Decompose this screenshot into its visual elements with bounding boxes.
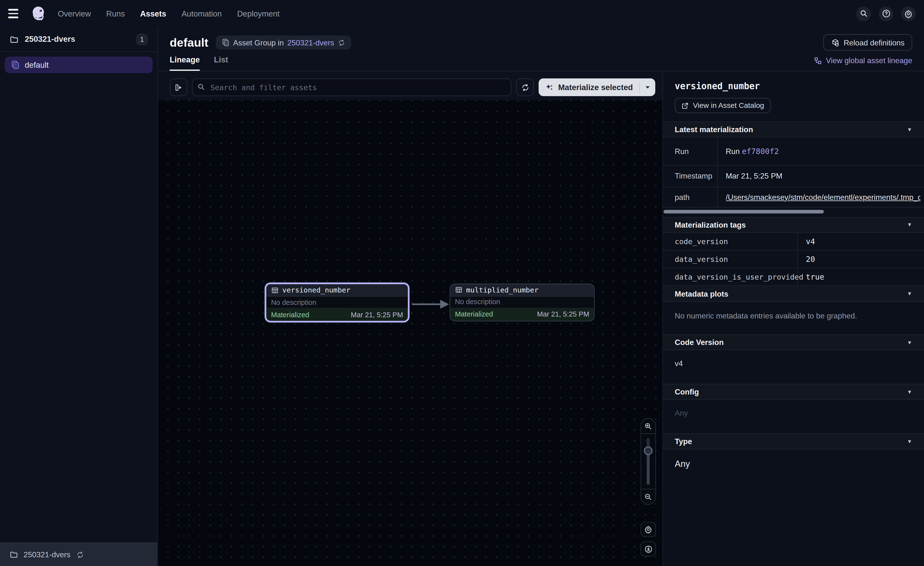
materialized-timestamp: Mar 21, 5:25 PM	[351, 310, 403, 319]
nav-item-overview[interactable]: Overview	[58, 9, 91, 18]
asset-group-badge: Asset Group in 250321-dvers	[215, 35, 351, 50]
collapse-caret-icon: ▼	[907, 222, 912, 227]
refresh-graph-button[interactable]	[516, 78, 534, 96]
nav-item-assets[interactable]: Assets	[140, 9, 166, 18]
section-heading: Latest materialization	[675, 125, 753, 134]
section-code-version[interactable]: Code Version ▼	[663, 334, 924, 350]
table-icon	[455, 286, 463, 294]
lineage-edge-arrow	[411, 298, 451, 311]
table-row: data_version_is_user_provided true	[663, 268, 924, 286]
panel-asset-title: versioned_number	[675, 81, 912, 92]
nav-item-automation[interactable]: Automation	[182, 9, 222, 18]
tag-value: v4	[797, 233, 924, 250]
sync-icon[interactable]	[338, 39, 345, 47]
settings-button[interactable]	[901, 6, 916, 21]
timestamp-row-value: Mar 21, 5:25 PM	[717, 165, 924, 187]
download-icon	[644, 545, 652, 553]
zoom-slider[interactable]	[641, 434, 655, 489]
collapse-caret-icon: ▼	[907, 126, 912, 132]
path-link[interactable]: /Users/smackesey/stm/code/elementl/exper…	[726, 193, 920, 202]
tag-value: true	[797, 268, 924, 286]
folder-icon	[9, 35, 19, 44]
path-row-label: path	[663, 187, 717, 207]
gear-icon	[644, 525, 652, 534]
section-config[interactable]: Config ▼	[663, 384, 924, 400]
hamburger-menu-button[interactable]	[8, 6, 24, 21]
primary-nav: Overview Runs Assets Automation Deployme…	[58, 9, 280, 18]
tabs-row: Lineage List View global asset lineage	[170, 56, 912, 71]
graph-settings-button[interactable]	[640, 522, 656, 537]
metadata-plots-empty-text: No numeric metadata entries available to…	[663, 302, 924, 334]
materialize-dropdown-button[interactable]	[640, 78, 655, 96]
asset-node-versioned-number[interactable]: versioned_number No description Material…	[265, 283, 410, 322]
code-version-value: v4	[663, 350, 924, 384]
expand-sidebar-panel-button[interactable]	[170, 78, 188, 96]
section-heading: Metadata plots	[675, 289, 728, 298]
external-link-icon	[681, 102, 689, 110]
search-input[interactable]	[192, 78, 512, 96]
nav-item-runs[interactable]: Runs	[106, 9, 125, 18]
collapse-caret-icon: ▼	[907, 389, 912, 395]
view-in-asset-catalog-button[interactable]: View in Asset Catalog	[675, 98, 771, 113]
zoom-controls	[640, 418, 656, 505]
asset-details-panel: versioned_number View in Asset Catalog L…	[662, 71, 924, 566]
badge-prefix: Asset Group in	[233, 38, 284, 47]
reload-definitions-icon	[831, 38, 840, 47]
tag-key: data_version_is_user_provided	[663, 268, 797, 286]
latest-materialization-table: Run Run ef7800f2 Timestamp Mar 21, 5:25 …	[663, 137, 924, 208]
view-global-asset-lineage-label: View global asset lineage	[826, 56, 912, 65]
section-heading: Config	[675, 387, 699, 396]
section-materialization-tags[interactable]: Materialization tags ▼	[663, 217, 924, 233]
badge-repo-link[interactable]: 250321-dvers	[287, 38, 334, 47]
sidebar-spacer	[0, 78, 158, 542]
tag-value: 20	[797, 250, 924, 268]
view-global-asset-lineage-link[interactable]: View global asset lineage	[813, 56, 912, 71]
reload-definitions-button[interactable]: Reload definitions	[823, 34, 912, 51]
lineage-toolbar: Materialize selected	[158, 71, 663, 100]
tag-key: data_version	[663, 250, 797, 268]
materialize-selected-button[interactable]: Materialize selected	[539, 78, 655, 96]
gear-icon	[904, 9, 913, 18]
tab-list[interactable]: List	[214, 56, 228, 71]
dagster-logo-icon	[29, 5, 47, 23]
zoom-out-button[interactable]	[641, 489, 655, 504]
sync-icon[interactable]	[76, 551, 84, 559]
zoom-slider-track[interactable]	[647, 438, 650, 485]
materialized-status: Materialized	[455, 310, 493, 318]
page-title: default	[170, 36, 208, 49]
asset-search	[192, 78, 512, 96]
sidebar-repo-row[interactable]: 250321-dvers 1	[0, 27, 158, 52]
asset-node-name: multiplied_number	[466, 286, 538, 294]
asset-group-icon	[221, 38, 230, 47]
repo-asset-count-badge: 1	[136, 33, 148, 45]
section-heading: Code Version	[675, 338, 724, 347]
zoom-in-button[interactable]	[641, 418, 655, 434]
section-type[interactable]: Type ▼	[663, 434, 924, 449]
tab-lineage[interactable]: Lineage	[170, 56, 200, 71]
sidebar-footer-repo[interactable]: 250321-dvers	[0, 542, 158, 566]
zoom-in-icon	[644, 422, 652, 430]
config-value: Any	[663, 400, 924, 434]
sparkle-icon	[545, 83, 554, 92]
section-latest-materialization[interactable]: Latest materialization ▼	[663, 122, 924, 137]
help-button[interactable]	[879, 6, 893, 21]
run-id-link[interactable]: ef7800f2	[742, 147, 779, 155]
lineage-canvas[interactable]: versioned_number No description Material…	[158, 100, 663, 566]
asset-node-multiplied-number[interactable]: multiplied_number No description Materia…	[450, 283, 594, 321]
app-window: Overview Runs Assets Automation Deployme…	[0, 0, 924, 566]
zoom-out-icon	[644, 493, 652, 501]
collapse-caret-icon: ▼	[907, 291, 912, 297]
sidebar-item-default[interactable]: default	[4, 57, 153, 73]
zoom-slider-handle[interactable]	[644, 446, 652, 455]
section-metadata-plots[interactable]: Metadata plots ▼	[663, 286, 924, 302]
hamburger-icon	[8, 9, 18, 11]
horizontal-scrollbar[interactable]	[663, 210, 824, 213]
search-button[interactable]	[856, 6, 871, 21]
collapse-caret-icon: ▼	[907, 438, 912, 444]
search-icon	[197, 83, 205, 91]
asset-node-status-row: Materialized Mar 21, 5:25 PM	[450, 308, 594, 321]
download-image-button[interactable]	[640, 541, 656, 557]
nav-item-deployment[interactable]: Deployment	[237, 9, 280, 18]
tag-key: code_version	[663, 233, 797, 250]
repo-name: 250321-dvers	[25, 35, 75, 44]
